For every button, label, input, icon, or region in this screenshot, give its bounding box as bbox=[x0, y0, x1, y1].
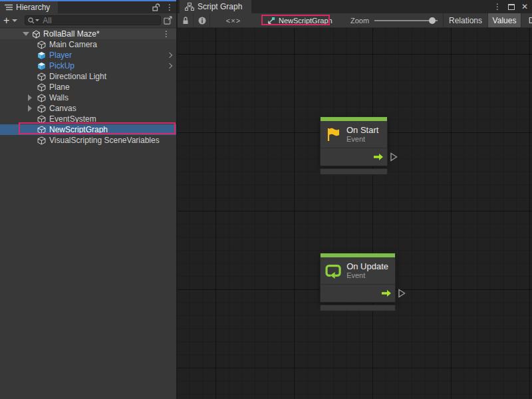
maximize-icon[interactable] bbox=[508, 4, 515, 10]
tree-item-newscriptgraph[interactable]: NewScriptGraph bbox=[0, 124, 176, 135]
gameobject-cube-icon bbox=[37, 94, 46, 102]
script-graph-asset-icon bbox=[267, 17, 275, 25]
item-label: PickUp bbox=[49, 61, 74, 70]
scene-name: RollaBall Maze* bbox=[43, 29, 100, 39]
kebab-icon: ⋮ bbox=[166, 3, 174, 11]
gameobject-cube-icon bbox=[37, 136, 46, 145]
search-filter-caret-icon bbox=[35, 19, 39, 21]
node-footer bbox=[320, 168, 388, 175]
info-icon bbox=[198, 17, 206, 25]
graph-canvas[interactable]: On Start Event bbox=[178, 28, 532, 399]
dim-label: Dim bbox=[529, 16, 532, 25]
zoom-slider-knob[interactable] bbox=[429, 17, 436, 24]
item-label: VisualScripting SceneVariables bbox=[49, 136, 160, 145]
gameobject-cube-icon bbox=[37, 104, 46, 113]
graph-view-toggles: Relations Values Dim bbox=[443, 13, 532, 27]
open-lock-icon bbox=[152, 3, 160, 11]
script-graph-tab-bar: Script Graph ⋮ ✕ bbox=[178, 0, 532, 13]
graph-info-button[interactable] bbox=[194, 13, 210, 27]
tree-item-eventsystem[interactable]: EventSystem bbox=[0, 114, 176, 124]
lock-graph-button[interactable] bbox=[178, 13, 194, 27]
add-object-button[interactable]: + bbox=[3, 15, 17, 26]
window-menu-button[interactable]: ⋮ bbox=[493, 3, 501, 11]
unlock-button[interactable] bbox=[150, 1, 163, 13]
search-placeholder: All bbox=[43, 16, 51, 25]
search-input[interactable]: All bbox=[25, 15, 161, 25]
flag-icon bbox=[325, 127, 341, 142]
tree-item-plane[interactable]: Plane bbox=[0, 82, 176, 92]
node-subtitle: Event bbox=[346, 135, 378, 144]
chevron-right-icon[interactable] bbox=[167, 63, 172, 68]
window-picker-icon bbox=[164, 16, 172, 25]
item-label: Player bbox=[49, 51, 72, 60]
gameobject-cube-icon bbox=[37, 126, 46, 134]
hierarchy-icon bbox=[5, 4, 13, 11]
graph-tree-icon bbox=[185, 3, 194, 11]
scene-header-row[interactable]: RollaBall Maze* ⋮ bbox=[0, 29, 176, 39]
node-title: On Start bbox=[346, 125, 378, 135]
lock-icon bbox=[182, 17, 190, 25]
foldout-open-icon[interactable] bbox=[23, 32, 29, 36]
item-label: EventSystem bbox=[49, 114, 96, 124]
zoom-control: Zoom 1x bbox=[350, 13, 451, 27]
node-subtitle: Event bbox=[346, 271, 388, 280]
code-toggle-label: <×> bbox=[226, 17, 241, 25]
tree-item-player[interactable]: Player bbox=[0, 50, 176, 61]
item-label: Walls bbox=[49, 93, 68, 102]
code-preview-toggle[interactable]: <×> bbox=[220, 13, 247, 27]
breadcrumb-label: NewScriptGraph bbox=[279, 17, 332, 25]
tab-hierarchy[interactable]: Hierarchy bbox=[0, 1, 58, 13]
window-controls: ⋮ ✕ bbox=[493, 0, 528, 13]
zoom-slider[interactable] bbox=[374, 20, 438, 21]
tree-item-scenevariables[interactable]: VisualScripting SceneVariables bbox=[0, 135, 176, 146]
foldout-closed-icon[interactable] bbox=[28, 94, 32, 101]
scene-menu-button[interactable]: ⋮ bbox=[162, 30, 170, 38]
script-graph-toolbar: <×> NewScriptGraph Zoom 1x Relations Val… bbox=[178, 13, 532, 28]
item-label: NewScriptGraph bbox=[49, 125, 108, 134]
gameobject-cube-icon bbox=[37, 115, 46, 124]
item-label: Main Camera bbox=[49, 40, 97, 49]
prefab-cube-icon bbox=[37, 62, 46, 70]
hierarchy-tab-bar: Hierarchy ⋮ bbox=[0, 1, 176, 13]
tree-item-pickup[interactable]: PickUp bbox=[0, 61, 176, 71]
node-title: On Update bbox=[346, 261, 388, 271]
tree-item-main-camera[interactable]: Main Camera bbox=[0, 39, 176, 50]
connection-triangle-icon[interactable] bbox=[390, 152, 398, 162]
search-icon bbox=[28, 17, 35, 24]
tree-item-canvas[interactable]: Canvas bbox=[0, 103, 176, 114]
graph-breadcrumb[interactable]: NewScriptGraph bbox=[263, 15, 336, 27]
gameobject-cube-icon bbox=[37, 72, 46, 81]
item-label: Canvas bbox=[49, 104, 76, 113]
node-on-start[interactable]: On Start Event bbox=[320, 116, 388, 175]
foldout-closed-icon[interactable] bbox=[28, 105, 32, 112]
node-footer bbox=[320, 305, 396, 311]
flow-output-port-icon[interactable] bbox=[381, 289, 392, 297]
hierarchy-panel: Hierarchy ⋮ + All bbox=[0, 0, 176, 399]
hierarchy-toolbar: + All bbox=[0, 13, 176, 28]
relations-label: Relations bbox=[449, 16, 482, 25]
hierarchy-tab-label: Hierarchy bbox=[16, 3, 50, 12]
chevron-right-icon[interactable] bbox=[167, 53, 172, 58]
values-label: Values bbox=[493, 16, 517, 25]
connection-triangle-icon[interactable] bbox=[398, 289, 406, 298]
gameobject-cube-icon bbox=[37, 41, 46, 49]
item-label: Plane bbox=[49, 82, 70, 92]
script-graph-panel: Script Graph ⋮ ✕ <×> bbox=[178, 0, 532, 399]
plus-icon: + bbox=[3, 15, 9, 26]
zoom-label: Zoom bbox=[350, 17, 369, 25]
gameobject-cube-icon bbox=[37, 83, 46, 92]
tab-script-graph[interactable]: Script Graph bbox=[180, 0, 251, 13]
relations-toggle[interactable]: Relations bbox=[443, 13, 487, 27]
chevron-down-icon bbox=[12, 19, 17, 22]
tree-item-directional-light[interactable]: Directional Light bbox=[0, 71, 176, 82]
open-search-window-button[interactable] bbox=[161, 15, 174, 27]
flow-output-port-icon[interactable] bbox=[373, 153, 384, 161]
prefab-cube-icon bbox=[37, 51, 46, 60]
tree-item-walls[interactable]: Walls bbox=[0, 92, 176, 103]
dim-toggle[interactable]: Dim bbox=[521, 13, 532, 27]
values-toggle[interactable]: Values bbox=[487, 13, 521, 27]
item-label: Directional Light bbox=[49, 72, 106, 81]
hierarchy-menu-button[interactable]: ⋮ bbox=[163, 1, 176, 13]
close-icon[interactable]: ✕ bbox=[521, 3, 528, 11]
node-on-update[interactable]: On Update Event bbox=[320, 253, 396, 311]
